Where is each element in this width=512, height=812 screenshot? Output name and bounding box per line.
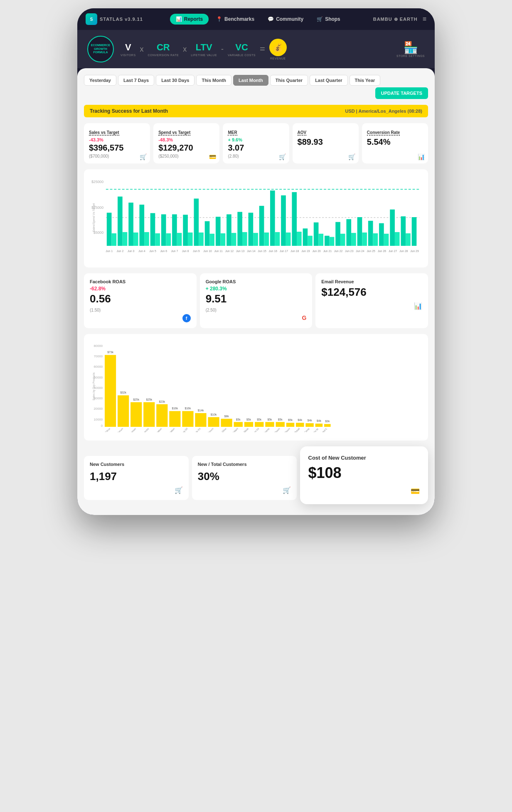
- svg-text:Jun 17: Jun 17: [280, 250, 288, 253]
- svg-text:Jun 22: Jun 22: [334, 250, 343, 253]
- svg-rect-122: [234, 422, 243, 427]
- svg-text:Jun 25: Jun 25: [367, 250, 375, 253]
- tab-thisquarter[interactable]: This Quarter: [270, 75, 308, 86]
- formula-cr-letter: CR: [157, 42, 170, 53]
- nav-right: BAMBU ⊕ EARTH ≡: [373, 15, 426, 23]
- svg-rect-22: [199, 233, 204, 246]
- menu-icon[interactable]: ≡: [423, 15, 426, 23]
- svg-text:The Ultimate Kit: The Ultimate Kit: [187, 427, 201, 432]
- svg-rect-58: [395, 232, 400, 246]
- logo-area: S STATLAS v3.9.11: [86, 13, 143, 25]
- svg-rect-15: [161, 214, 166, 246]
- svg-rect-44: [318, 234, 323, 246]
- formula-revenue-label: REVENUE: [270, 57, 286, 60]
- metric-card-aov: AOV $89.93 🛒: [293, 123, 359, 163]
- svg-text:10000: 10000: [94, 418, 103, 421]
- metric-value-mer: 3.07: [228, 143, 284, 152]
- formula-ltv: LTV LIFETIME VALUE: [191, 42, 217, 57]
- device-frame: S STATLAS v3.9.11 📊 Reports 📍 Benchmarks…: [77, 8, 435, 515]
- svg-rect-46: [330, 237, 335, 246]
- svg-text:50000: 50000: [94, 376, 103, 379]
- nav-tab-reports-label: Reports: [184, 16, 203, 22]
- svg-rect-51: [357, 217, 362, 246]
- tab-last30days[interactable]: Last 30 Days: [156, 75, 194, 86]
- tab-thisyear[interactable]: This Year: [350, 75, 381, 86]
- svg-rect-140: [324, 424, 331, 427]
- metric-value-sales: $396,575: [89, 143, 145, 152]
- svg-rect-61: [412, 217, 417, 246]
- metric-value-aov: $89.93: [298, 137, 354, 146]
- svg-rect-26: [221, 233, 226, 246]
- nav-tab-shops[interactable]: 🛒 Shops: [311, 14, 346, 25]
- svg-text:$4k: $4k: [298, 418, 303, 421]
- svg-rect-13: [150, 213, 155, 246]
- formula-vc: VC VARIABLE COSTS: [228, 42, 256, 57]
- tab-lastmonth[interactable]: Last Month: [233, 75, 268, 86]
- svg-rect-48: [340, 234, 345, 246]
- metric-card-spend: Spend vs Target -48.3% $129,270 ($250,00…: [153, 123, 219, 163]
- svg-text:Jun 26: Jun 26: [378, 250, 386, 253]
- metric-label-aov: AOV: [298, 130, 307, 136]
- metric-card-mer: MER + 9.6% 3.07 (2.80) 🛒: [223, 123, 289, 163]
- metric-change-spend: -48.3%: [158, 137, 214, 142]
- svg-text:Jun 12: Jun 12: [225, 250, 234, 253]
- metric-card-conv: Conversion Rate 5.54% 📊: [362, 123, 428, 163]
- svg-text:Jun 16: Jun 16: [269, 250, 278, 253]
- svg-rect-12: [144, 232, 149, 246]
- facebook-roas-target: (1.50): [90, 308, 191, 312]
- svg-text:Jun 8: Jun 8: [182, 250, 189, 253]
- nav-tab-community[interactable]: 💬 Community: [262, 14, 309, 25]
- store-settings[interactable]: 🏪 STORE SETTINGS: [396, 41, 425, 57]
- top-nav: S STATLAS v3.9.11 📊 Reports 📍 Benchmarks…: [77, 8, 435, 30]
- formula-equals: =: [260, 44, 265, 54]
- svg-rect-128: [265, 422, 274, 427]
- svg-rect-54: [373, 233, 378, 246]
- product-chart-container: 80000 70000 60000 50000 40000 30000 2000…: [84, 334, 428, 441]
- svg-text:My Custom Kit: My Custom Kit: [247, 427, 260, 432]
- svg-text:$25k: $25k: [133, 398, 139, 401]
- svg-text:$23k: $23k: [159, 400, 165, 403]
- nav-tab-benchmarks[interactable]: 📍 Benchmarks: [210, 14, 260, 25]
- tab-yesterday[interactable]: Yesterday: [84, 75, 116, 86]
- formula-vc-letter: VC: [235, 42, 248, 53]
- tab-thismonth[interactable]: This Month: [196, 75, 231, 86]
- update-targets-button[interactable]: UPDATE TARGETS: [375, 87, 428, 99]
- svg-text:$10k: $10k: [211, 413, 217, 416]
- svg-rect-18: [177, 233, 182, 246]
- formula-badge: ECOMMERCEGROWTHFORMULA: [87, 36, 114, 62]
- svg-text:Sales by Top Products: Sales by Top Products: [92, 372, 96, 401]
- svg-rect-134: [296, 423, 304, 427]
- svg-text:80000: 80000: [94, 344, 103, 348]
- svg-rect-23: [205, 221, 210, 246]
- svg-text:Diffuball: Diffuball: [292, 427, 300, 432]
- svg-rect-14: [155, 233, 160, 246]
- svg-rect-19: [183, 215, 188, 246]
- svg-text:Jun 14: Jun 14: [247, 250, 256, 253]
- shopify-icon-new-customers: 🛒: [90, 486, 183, 494]
- metric-target-spend: ($250,000): [158, 154, 214, 158]
- email-revenue-value: $124,576: [321, 286, 422, 299]
- svg-text:70000: 70000: [94, 354, 103, 358]
- svg-rect-118: [208, 417, 219, 427]
- store-label: STORE SETTINGS: [396, 54, 425, 57]
- facebook-roas-value: 0.56: [90, 292, 191, 305]
- metric-change-sales: -43.3%: [89, 137, 145, 142]
- tab-last7days[interactable]: Last 7 Days: [118, 75, 154, 86]
- formula-revenue: 💰 REVENUE: [269, 39, 287, 60]
- svg-rect-52: [362, 233, 367, 246]
- metric-card-sales: Sales vs Target -43.3% $396,575 ($700,00…: [84, 123, 150, 163]
- statlas-logo-icon: S: [86, 13, 97, 25]
- svg-text:Exante: Exante: [263, 427, 270, 432]
- new-customers-value: 1,197: [90, 470, 183, 483]
- svg-text:$5k: $5k: [257, 418, 262, 421]
- tab-lastquarter[interactable]: Last Quarter: [310, 75, 347, 86]
- nav-tab-reports[interactable]: 📊 Reports: [170, 14, 209, 25]
- metric-label-conv: Conversion Rate: [367, 130, 400, 136]
- svg-rect-57: [390, 210, 395, 246]
- svg-rect-40: [297, 232, 302, 246]
- formula-ltv-label: LIFETIME VALUE: [191, 54, 217, 57]
- bambu-logo: BAMBU ⊕ EARTH: [373, 17, 418, 22]
- email-revenue-label: Email Revenue: [321, 279, 422, 284]
- formula-op-1: x: [140, 45, 144, 54]
- shopify-icon-mer: 🛒: [279, 153, 286, 160]
